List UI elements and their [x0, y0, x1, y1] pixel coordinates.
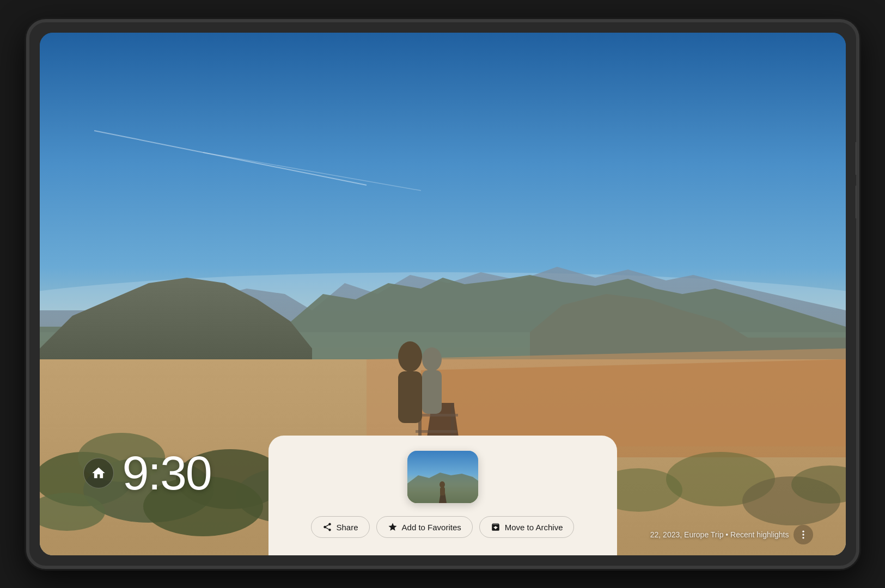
more-options-button[interactable] [794, 525, 813, 544]
svg-point-42 [440, 481, 445, 488]
svg-point-38 [802, 537, 804, 538]
svg-point-30 [398, 341, 422, 372]
clock-display: 9:30 [123, 445, 211, 501]
svg-point-32 [422, 347, 442, 371]
photo-info-bar: 22, 2023, Europe Trip • Recent highlight… [650, 525, 813, 544]
photo-thumbnail [407, 451, 478, 503]
svg-rect-31 [398, 371, 422, 423]
archive-icon [491, 522, 501, 532]
clock-area: 9:30 [83, 445, 211, 501]
add-favorites-label: Add to Favorites [402, 523, 461, 532]
photo-date-label: 22, 2023, Europe Trip • Recent highlight… [650, 530, 789, 539]
svg-point-37 [802, 534, 804, 535]
three-dot-icon [798, 529, 809, 540]
svg-point-36 [802, 531, 804, 532]
add-to-favorites-button[interactable]: Add to Favorites [376, 516, 473, 538]
svg-rect-43 [440, 487, 445, 495]
svg-rect-33 [422, 370, 442, 414]
volume-down-button[interactable] [856, 186, 858, 218]
thumbnail-image [407, 451, 478, 503]
tablet-screen: 9:30 22, 2023, Europe Trip • Recent high… [40, 33, 846, 555]
share-button[interactable]: Share [311, 516, 370, 538]
home-icon [91, 465, 106, 481]
volume-up-button[interactable] [856, 142, 858, 175]
svg-rect-13 [416, 430, 457, 433]
thumbnail-svg [407, 451, 478, 503]
share-label: Share [337, 523, 358, 532]
tablet-device: 9:30 22, 2023, Europe Trip • Recent high… [26, 19, 859, 569]
actions-row: Share Add to Favorites Move to Archive [311, 516, 575, 538]
home-icon-button[interactable] [83, 458, 114, 488]
star-icon [388, 522, 398, 532]
move-to-archive-button[interactable]: Move to Archive [479, 516, 575, 538]
share-icon [322, 522, 332, 532]
move-archive-label: Move to Archive [505, 523, 563, 532]
action-sheet: Share Add to Favorites Move to Archive [268, 436, 617, 555]
